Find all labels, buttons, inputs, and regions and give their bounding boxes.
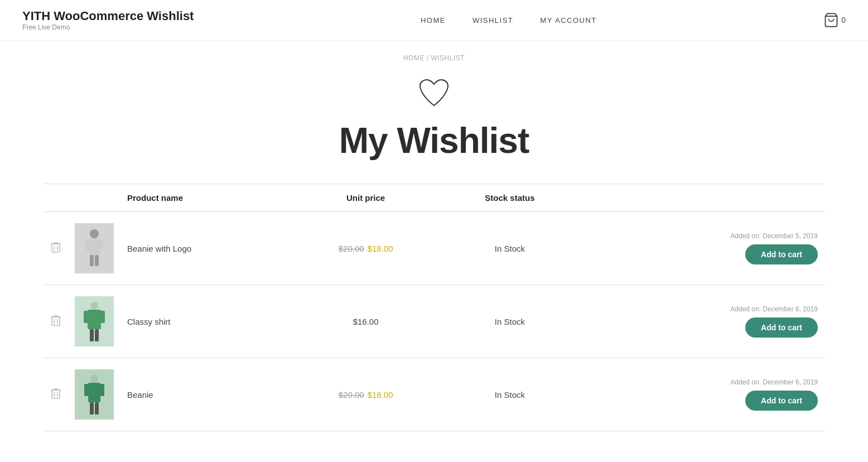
table-row: Beanie with Logo $20.00$18.00 In Stock A… (44, 212, 824, 285)
svg-rect-10 (52, 317, 60, 325)
site-header: YITH WooCommerce Wishlist Free Live Demo… (0, 0, 868, 41)
heart-icon (417, 78, 451, 111)
stock-status: In Stock (495, 244, 525, 253)
breadcrumb-text: HOME / WISHLIST (403, 54, 465, 62)
wishlist-table: Product name Unit price Stock status (44, 184, 824, 431)
svg-rect-1 (52, 244, 60, 252)
svg-rect-26 (90, 402, 94, 415)
th-delete (44, 184, 68, 212)
nav-home[interactable]: HOME (421, 16, 446, 25)
wishlist-hero: My Wishlist (0, 66, 868, 184)
th-stock-status: Stock status (440, 184, 579, 212)
stock-status: In Stock (495, 390, 525, 400)
product-image (75, 369, 114, 420)
svg-rect-25 (100, 384, 104, 396)
delete-item-button[interactable] (50, 387, 61, 401)
svg-point-22 (90, 375, 98, 383)
svg-rect-18 (95, 329, 99, 341)
nav-wishlist[interactable]: WISHLIST (472, 16, 513, 25)
site-logo: YITH WooCommerce Wishlist Free Live Demo (22, 9, 194, 31)
nav-my-account[interactable]: MY ACCOUNT (540, 16, 596, 25)
svg-rect-15 (84, 311, 89, 323)
th-action (579, 184, 824, 212)
table-row: Beanie $20.00$18.00 In Stock Added on: D… (44, 358, 824, 431)
svg-rect-16 (100, 311, 105, 323)
product-name: Beanie with Logo (127, 244, 191, 253)
add-to-cart-button[interactable]: Add to cart (745, 317, 818, 338)
th-image (68, 184, 120, 212)
svg-rect-19 (52, 390, 60, 398)
price-original: $20.00 (339, 244, 364, 253)
main-nav: HOME WISHLIST MY ACCOUNT (421, 16, 597, 25)
cart-count: 0 (841, 16, 846, 25)
svg-rect-27 (95, 402, 99, 415)
svg-rect-24 (84, 384, 89, 396)
delete-item-button[interactable] (50, 241, 61, 255)
svg-rect-17 (90, 329, 94, 341)
stock-status: In Stock (495, 317, 525, 326)
page-title: My Wishlist (0, 120, 868, 161)
svg-rect-8 (90, 255, 94, 266)
logo-subtitle: Free Live Demo (22, 23, 194, 31)
svg-rect-6 (86, 239, 90, 251)
cart-button[interactable]: 0 (823, 12, 846, 28)
svg-rect-14 (88, 310, 101, 329)
product-name: Classy shirt (127, 317, 171, 326)
price-original: $20.00 (339, 390, 364, 400)
price-sale: $18.00 (368, 244, 393, 253)
add-to-cart-button[interactable]: Add to cart (745, 244, 818, 264)
product-name: Beanie (127, 390, 153, 400)
added-on-date: Added on: December 5, 2019 (586, 232, 818, 240)
svg-rect-7 (98, 239, 103, 251)
product-image (75, 296, 114, 346)
delete-item-button[interactable] (50, 314, 61, 328)
svg-rect-9 (95, 255, 99, 266)
product-image (75, 223, 114, 273)
breadcrumb: HOME / WISHLIST (0, 41, 868, 66)
th-product-name: Product name (120, 184, 291, 212)
added-on-date: Added on: December 6, 2019 (586, 305, 818, 313)
logo-title: YITH WooCommerce Wishlist (22, 9, 194, 23)
cart-icon (823, 12, 839, 28)
svg-rect-23 (88, 383, 100, 402)
th-unit-price: Unit price (291, 184, 441, 212)
price-sale: $18.00 (368, 390, 393, 400)
svg-point-4 (90, 229, 99, 238)
add-to-cart-button[interactable]: Add to cart (745, 391, 818, 411)
added-on-date: Added on: December 6, 2019 (586, 378, 818, 386)
table-row: Classy shirt $16.00 In Stock Added on: D… (44, 285, 824, 358)
price-regular: $16.00 (353, 317, 379, 326)
svg-point-13 (90, 302, 98, 310)
